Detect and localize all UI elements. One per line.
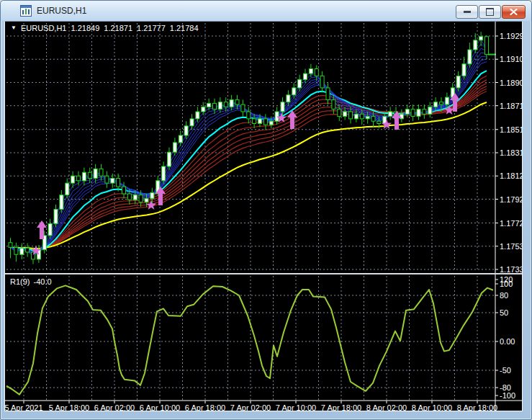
svg-text:100: 100 [500,280,513,288]
svg-text:5 Apr 2021: 5 Apr 2021 [5,403,43,411]
svg-text:1.17530: 1.17530 [500,242,523,251]
svg-text:80: 80 [500,291,508,300]
svg-text:7 Apr 18:00: 7 Apr 18:00 [321,403,361,411]
svg-text:8 Apr 02:00: 8 Apr 02:00 [366,403,407,411]
svg-text:-50: -50 [500,366,511,375]
chart-client-area: 1.192951.191001.189051.187101.185101.183… [4,21,523,411]
svg-text:1.19295: 1.19295 [500,32,523,40]
svg-text:1.19100: 1.19100 [500,55,523,63]
svg-text:1.18120: 1.18120 [500,171,523,180]
last-price-dash [488,54,496,55]
indicator-label: R1(9) -40.0 [10,277,52,286]
chart-dropdown-icon[interactable]: ▼ [11,25,17,31]
svg-text:0.00: 0.00 [500,337,515,346]
svg-text:1.17925: 1.17925 [500,195,523,204]
svg-text:1.18315: 1.18315 [500,148,523,157]
svg-text:6 Apr 02:00: 6 Apr 02:00 [94,403,135,411]
indicator-name: R1(9) [10,277,30,286]
time-axis-labels: 5 Apr 20215 Apr 18:006 Apr 02:006 Apr 10… [5,403,497,411]
svg-text:7 Apr 02:00: 7 Apr 02:00 [230,403,271,411]
svg-text:1.18905: 1.18905 [500,79,523,87]
svg-text:-100: -100 [500,391,515,400]
ohlc-high: 1.21871 [104,24,132,32]
svg-text:1.18510: 1.18510 [500,125,523,134]
ohlc-close: 1.21784 [170,24,199,32]
ohlc-low: 1.21777 [137,24,166,32]
svg-text:50: 50 [500,308,508,317]
svg-text:1.17335: 1.17335 [500,265,523,274]
svg-text:7 Apr 10:00: 7 Apr 10:00 [276,403,316,411]
svg-text:8 Apr 10:00: 8 Apr 10:00 [412,403,452,411]
window-titlebar[interactable]: EURUSD,H1 [1,1,531,21]
restore-icon [486,8,494,16]
svg-text:1.17725: 1.17725 [500,219,523,228]
minimize-icon [464,11,471,13]
svg-text:8 Apr 18:00: 8 Apr 18:00 [457,403,497,411]
chart-window: EURUSD,H1 1.192951.191001.189051.187101.… [0,0,532,420]
svg-text:5 Apr 18:00: 5 Apr 18:00 [49,403,89,411]
app-chart-icon [20,5,32,17]
close-icon [510,9,518,15]
close-button[interactable] [502,5,526,19]
svg-text:6 Apr 10:00: 6 Apr 10:00 [140,403,180,411]
chart-ohlc-header: ▼ EURUSD,H1 1.21849 1.21871 1.21777 1.21… [11,24,199,32]
ohlc-open: 1.21849 [71,24,100,32]
indicator-value: -40.0 [34,277,52,286]
chart-symbol-period: EURUSD,H1 [21,24,67,32]
window-title: EURUSD,H1 [37,6,86,16]
chart-canvas[interactable]: 1.192951.191001.189051.187101.185101.183… [5,22,523,411]
svg-text:6 Apr 18:00: 6 Apr 18:00 [185,403,225,411]
svg-text:1.18710: 1.18710 [500,102,523,110]
restore-button[interactable] [479,5,501,19]
minimize-button[interactable] [456,5,478,19]
